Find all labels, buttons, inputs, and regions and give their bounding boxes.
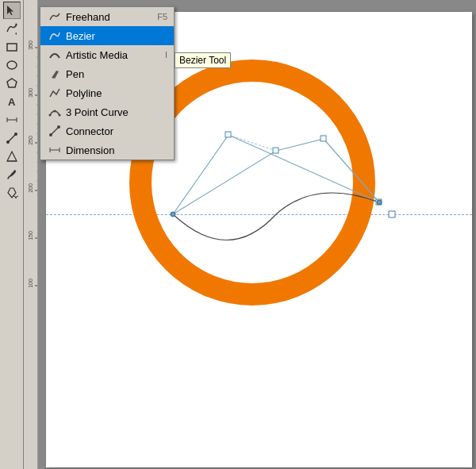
artistic-media-shortcut: I <box>165 50 167 60</box>
svg-text:300: 300 <box>28 88 33 98</box>
menu-item-freehand[interactable]: Freehand F5 <box>40 7 174 26</box>
polyline-icon <box>47 86 63 100</box>
dimension-label: Dimension <box>66 144 167 156</box>
freehand-icon <box>47 10 63 24</box>
menu-item-connector[interactable]: Connector <box>40 121 174 140</box>
svg-point-45 <box>171 212 175 217</box>
svg-text:200: 200 <box>28 183 33 193</box>
svg-point-11 <box>6 140 10 144</box>
connector-label: Connector <box>66 125 167 137</box>
menu-item-pen[interactable]: Pen <box>40 64 174 83</box>
svg-marker-0 <box>7 6 13 15</box>
rectangle-tool[interactable] <box>3 38 21 56</box>
canvas-area[interactable]: Freehand F5 Bezier Artistic Media <box>38 0 476 469</box>
svg-text:A: A <box>8 96 16 108</box>
polygon-tool[interactable] <box>3 75 21 92</box>
fill-tool[interactable] <box>3 184 21 202</box>
svg-line-39 <box>228 135 276 151</box>
svg-line-51 <box>51 127 59 135</box>
dimension-icon <box>47 143 63 157</box>
svg-point-4 <box>7 61 17 69</box>
dimension-tool[interactable] <box>3 111 21 129</box>
svg-point-52 <box>49 133 52 136</box>
vertical-ruler: 350 300 250 200 150 100 <box>24 0 38 469</box>
3point-icon <box>47 105 63 119</box>
svg-point-46 <box>377 200 382 205</box>
artistic-media-icon <box>47 48 63 62</box>
freehand-shortcut: F5 <box>157 12 167 21</box>
3point-label: 3 Point Curve <box>66 106 167 118</box>
menu-item-dimension[interactable]: Dimension <box>40 140 174 160</box>
svg-point-49 <box>54 110 56 113</box>
freehand-label: Freehand <box>66 11 157 23</box>
svg-rect-43 <box>321 136 326 141</box>
polyline-label: Polyline <box>66 87 167 99</box>
toolbar: A <box>0 0 24 469</box>
bezier-icon <box>47 29 63 43</box>
interactive-tool[interactable] <box>3 148 21 165</box>
artistic-media-label: Artistic Media <box>66 49 165 61</box>
bezier-tool-tooltip: Bezier Tool <box>175 52 231 68</box>
svg-line-14 <box>8 176 10 179</box>
svg-rect-3 <box>7 44 17 51</box>
connector-icon <box>47 124 63 138</box>
connector-tool[interactable] <box>3 129 21 147</box>
svg-marker-5 <box>7 79 17 87</box>
ellipse-tool[interactable] <box>3 56 21 74</box>
svg-point-48 <box>49 114 52 117</box>
svg-point-12 <box>14 133 17 136</box>
menu-item-polyline[interactable]: Polyline <box>40 83 174 102</box>
dropdown-menu: Freehand F5 Bezier Artistic Media <box>40 6 175 160</box>
svg-point-53 <box>57 125 60 129</box>
svg-rect-47 <box>389 211 395 217</box>
bezier-label: Bezier <box>66 30 167 42</box>
text-tool[interactable]: A <box>3 93 21 110</box>
svg-point-50 <box>59 114 61 117</box>
svg-rect-42 <box>273 148 278 153</box>
svg-text:350: 350 <box>28 40 33 50</box>
app-container: A 350 300 <box>0 0 476 469</box>
svg-text:100: 100 <box>28 279 33 288</box>
svg-text:250: 250 <box>28 136 33 145</box>
freehand-tool-group[interactable] <box>3 20 21 37</box>
svg-text:150: 150 <box>28 231 33 240</box>
svg-rect-41 <box>225 132 231 137</box>
menu-item-bezier[interactable]: Bezier <box>40 26 174 45</box>
pen-label: Pen <box>66 68 167 80</box>
select-tool[interactable] <box>3 2 21 19</box>
pen-icon <box>47 67 63 81</box>
menu-item-artistic-media[interactable]: Artistic Media I <box>40 45 174 64</box>
eyedropper-tool[interactable] <box>3 166 21 183</box>
svg-marker-2 <box>15 33 17 35</box>
svg-line-10 <box>8 134 16 142</box>
menu-item-3point-curve[interactable]: 3 Point Curve <box>40 102 174 121</box>
